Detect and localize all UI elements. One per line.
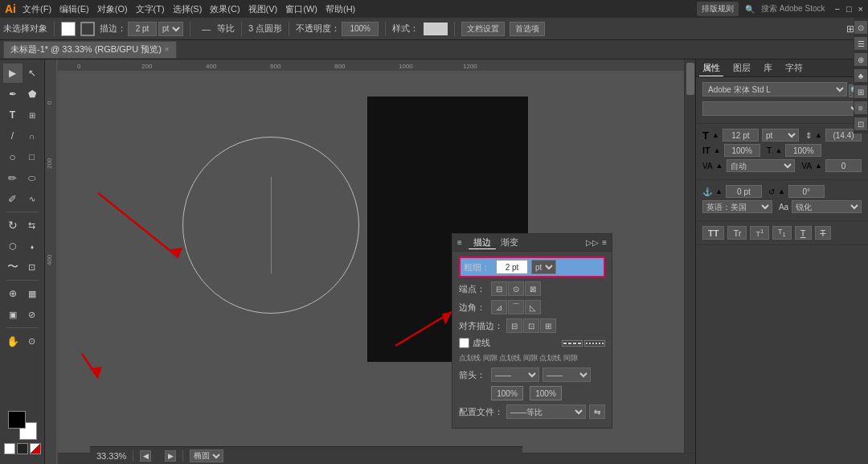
line-tool[interactable]: / bbox=[3, 126, 23, 146]
profile-flip-btn[interactable]: ⇆ bbox=[589, 404, 605, 419]
menu-effect[interactable]: 效果(C) bbox=[210, 3, 240, 15]
scale-tool[interactable]: ⬡ bbox=[3, 236, 23, 256]
corner-round-btn[interactable]: ⌒ bbox=[508, 300, 524, 314]
next-artboard-button[interactable]: ▶ bbox=[165, 450, 176, 462]
maximize-button[interactable]: □ bbox=[846, 4, 852, 14]
rotate-tool[interactable]: ↻ bbox=[3, 216, 23, 235]
close-button[interactable]: × bbox=[858, 4, 863, 14]
library-tab[interactable]: 库 bbox=[760, 60, 776, 76]
paintbrush-tool[interactable]: ✏ bbox=[3, 168, 23, 187]
dash-style-1[interactable] bbox=[562, 340, 583, 347]
menu-window[interactable]: 窗口(W) bbox=[285, 3, 317, 15]
gradient-tab[interactable]: 渐变 bbox=[496, 236, 523, 249]
doc-settings-button[interactable]: 文档设置 bbox=[461, 22, 505, 36]
document-tab[interactable]: 未标题-1* @ 33.33% (RGB/GPU 预览) × bbox=[3, 41, 177, 59]
font-size-input[interactable] bbox=[723, 129, 759, 142]
dash-style-2[interactable] bbox=[584, 340, 605, 347]
reflect-tool[interactable]: ⇆ bbox=[23, 216, 42, 235]
cap-square-btn[interactable]: ⊠ bbox=[525, 281, 541, 296]
menu-select[interactable]: 选择(S) bbox=[173, 3, 203, 15]
corner-bevel-btn[interactable]: ◺ bbox=[525, 300, 541, 314]
ellipse-tool[interactable]: ○ bbox=[3, 147, 23, 166]
rect-tool[interactable]: □ bbox=[23, 147, 42, 166]
panel-icon-6[interactable]: ≡ bbox=[854, 101, 867, 114]
direct-selection-tool[interactable]: ↖ bbox=[23, 64, 42, 83]
menu-type[interactable]: 文字(T) bbox=[136, 3, 165, 15]
language-select[interactable]: 英语：美国 bbox=[702, 200, 772, 213]
warp-tool[interactable]: 〜 bbox=[3, 257, 23, 277]
arc-tool[interactable]: ∩ bbox=[23, 126, 42, 146]
menu-edit[interactable]: 编辑(E) bbox=[59, 3, 89, 15]
tracking-select[interactable]: 自动 bbox=[727, 159, 796, 172]
anchor-tool[interactable]: ⬟ bbox=[23, 84, 42, 104]
symbol-tool[interactable]: ⊕ bbox=[3, 284, 23, 303]
stroke-tab[interactable]: 描边 bbox=[469, 236, 496, 249]
pen-tool[interactable]: ✒ bbox=[3, 84, 23, 104]
font-family-select[interactable]: Adobe 宋体 Std L bbox=[702, 82, 847, 96]
type-area-tool[interactable]: ⊞ bbox=[23, 105, 42, 125]
stroke-input[interactable] bbox=[128, 22, 157, 36]
arrow-end-select[interactable]: —— bbox=[542, 368, 591, 382]
canvas-area[interactable]: 0 200 400 600 800 1000 1200 0 200 400 bbox=[45, 60, 695, 464]
opacity-input[interactable] bbox=[342, 22, 379, 36]
arrow-scale-end[interactable] bbox=[530, 386, 562, 400]
menu-file[interactable]: 文件(F) bbox=[23, 3, 51, 15]
antialiasing-select[interactable]: 锐化 bbox=[792, 200, 862, 213]
arrow-start-select[interactable]: —— bbox=[491, 368, 539, 382]
none-swatch[interactable] bbox=[17, 443, 28, 454]
underline-btn[interactable]: T bbox=[795, 226, 812, 240]
properties-tab[interactable]: 属性 bbox=[699, 60, 723, 76]
weight-unit-select[interactable]: pt bbox=[531, 260, 556, 274]
slice-tool[interactable]: ⊘ bbox=[23, 305, 42, 324]
strikethrough-btn[interactable]: T bbox=[815, 226, 832, 240]
menu-help[interactable]: 帮助(H) bbox=[326, 3, 355, 15]
corner-miter-btn[interactable]: ⊿ bbox=[491, 300, 507, 314]
fill-stroke-swatches[interactable] bbox=[8, 411, 37, 440]
char-rotate-input[interactable] bbox=[788, 185, 825, 198]
profile-select[interactable]: ——等比 bbox=[506, 404, 586, 419]
baseline-shift-input[interactable] bbox=[726, 185, 762, 198]
scale-v-input[interactable] bbox=[785, 144, 821, 157]
panel-icon-2[interactable]: ☰ bbox=[854, 37, 867, 50]
artboard-tool[interactable]: ▣ bbox=[3, 305, 23, 324]
weight-input[interactable] bbox=[496, 260, 528, 274]
tab-close-button[interactable]: × bbox=[165, 45, 170, 54]
layers-tab[interactable]: 图层 bbox=[730, 60, 754, 76]
reset-fill-swatch[interactable] bbox=[4, 443, 15, 454]
type-tool[interactable]: T bbox=[3, 105, 23, 125]
arrangement-label[interactable]: 排版规则 bbox=[697, 2, 739, 16]
subscript-btn[interactable]: T1 bbox=[772, 226, 792, 240]
graph-tool[interactable]: ▦ bbox=[23, 284, 42, 303]
scale-h-input[interactable] bbox=[724, 144, 760, 157]
stroke-unit-select[interactable]: pt bbox=[158, 22, 183, 36]
kerning-input[interactable] bbox=[825, 159, 862, 172]
panel-icon-4[interactable]: ♣ bbox=[854, 69, 867, 82]
panel-menu-icon[interactable]: ▷▷ bbox=[586, 238, 599, 247]
stroke-swatch[interactable] bbox=[80, 22, 95, 36]
search-adobe-stock[interactable]: 搜索 Adobe Stock bbox=[761, 3, 825, 14]
pencil-tool[interactable]: ✐ bbox=[3, 189, 23, 208]
all-caps-btn[interactable]: TT bbox=[702, 226, 724, 240]
panel-icon-7[interactable]: ⊡ bbox=[854, 117, 867, 130]
panel-icon-1[interactable]: ⊙ bbox=[854, 21, 867, 34]
align-center-btn[interactable]: ⊟ bbox=[506, 318, 522, 333]
dashed-checkbox[interactable] bbox=[459, 338, 469, 348]
panel-icon-5[interactable]: ⊞ bbox=[854, 85, 867, 98]
minimize-button[interactable]: − bbox=[834, 4, 839, 14]
align-outside-btn[interactable]: ⊞ bbox=[540, 318, 556, 333]
vertical-scrollbar[interactable] bbox=[684, 60, 695, 453]
both-swatch[interactable] bbox=[30, 443, 41, 454]
foreground-swatch[interactable] bbox=[8, 411, 26, 429]
zoom-tool[interactable]: ⊙ bbox=[23, 331, 42, 351]
shear-tool[interactable]: ⬧ bbox=[23, 236, 42, 256]
superscript-btn[interactable]: T1 bbox=[750, 226, 769, 240]
arrow-scale-start[interactable] bbox=[491, 386, 523, 400]
fill-swatch[interactable] bbox=[61, 22, 76, 36]
font-style-select[interactable] bbox=[702, 101, 862, 116]
menu-object[interactable]: 对象(O) bbox=[97, 3, 128, 15]
panel-expand-icon[interactable]: ≡ bbox=[602, 238, 607, 247]
font-size-unit[interactable]: pt bbox=[762, 129, 799, 142]
small-caps-btn[interactable]: Tr bbox=[727, 226, 747, 240]
smooth-tool[interactable]: ∿ bbox=[23, 189, 42, 208]
menu-view[interactable]: 视图(V) bbox=[248, 3, 278, 15]
